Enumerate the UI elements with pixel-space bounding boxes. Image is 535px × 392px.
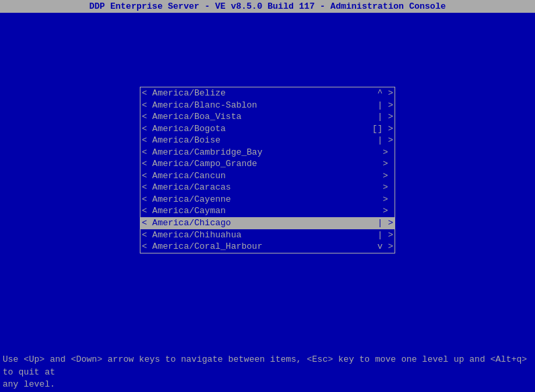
- item-suffix: | >: [378, 134, 393, 147]
- item-prefix: <: [142, 100, 153, 112]
- item-suffix: | >: [378, 229, 393, 241]
- item-name: America/Belize: [153, 87, 378, 100]
- item-name: America/Boise: [153, 134, 378, 147]
- item-name: America/Caracas: [153, 182, 383, 194]
- list-item[interactable]: < America/Chihuahua| >: [140, 229, 395, 241]
- list-item[interactable]: < America/Belize^ >: [140, 87, 395, 100]
- list-item[interactable]: < America/Blanc-Sablon| >: [140, 100, 395, 112]
- item-suffix: | >: [378, 100, 393, 112]
- item-name: America/Cancun: [153, 170, 383, 182]
- item-suffix: ^ >: [378, 87, 393, 100]
- list-item[interactable]: < America/Cancun>: [140, 170, 395, 182]
- item-name: America/Bogota: [153, 123, 372, 135]
- item-suffix: >: [382, 158, 393, 170]
- item-suffix: >: [382, 205, 393, 217]
- item-prefix: <: [142, 205, 153, 217]
- item-suffix: [] >: [372, 123, 393, 135]
- item-suffix: | >: [378, 111, 393, 123]
- item-prefix: <: [142, 134, 153, 147]
- item-prefix: <: [142, 123, 153, 135]
- title-text: DDP Enterprise Server - VE v8.5.0 Build …: [89, 1, 446, 11]
- item-suffix: >: [382, 194, 393, 206]
- item-prefix: <: [142, 147, 153, 159]
- list-item[interactable]: < America/Boise| >: [140, 134, 395, 147]
- list-box[interactable]: < America/Belize^ >< America/Blanc-Sablo…: [140, 87, 395, 253]
- list-item[interactable]: < America/Bogota[] >: [140, 123, 395, 135]
- item-suffix: >: [382, 147, 393, 159]
- item-name: America/Chicago: [153, 217, 378, 229]
- status-line-2: any level.: [3, 379, 532, 391]
- item-name: America/Coral_Harbour: [153, 241, 378, 253]
- item-name: America/Boa_Vista: [153, 111, 378, 123]
- list-item[interactable]: < America/Cambridge_Bay>: [140, 147, 395, 159]
- item-suffix: >: [382, 182, 393, 194]
- item-prefix: <: [142, 170, 153, 182]
- item-name: America/Campo_Grande: [153, 158, 383, 170]
- item-prefix: <: [142, 111, 153, 123]
- item-prefix: <: [142, 194, 153, 206]
- main-content: < America/Belize^ >< America/Blanc-Sablo…: [0, 13, 535, 253]
- status-line-1: Use <Up> and <Down> arrow keys to naviga…: [3, 354, 532, 378]
- list-item[interactable]: < America/Cayman>: [140, 205, 395, 217]
- list-item[interactable]: < America/Caracas>: [140, 182, 395, 194]
- item-name: America/Blanc-Sablon: [153, 100, 378, 112]
- item-prefix: <: [142, 158, 153, 170]
- item-prefix: <: [142, 229, 153, 241]
- item-suffix: | >: [378, 217, 393, 229]
- list-item[interactable]: < America/Chicago| >: [140, 217, 395, 229]
- item-name: America/Cayenne: [153, 194, 383, 206]
- status-bar: Use <Up> and <Down> arrow keys to naviga…: [0, 351, 535, 392]
- item-name: America/Chihuahua: [153, 229, 378, 241]
- item-prefix: <: [142, 241, 153, 253]
- item-prefix: <: [142, 217, 153, 229]
- item-name: America/Cambridge_Bay: [153, 147, 383, 159]
- item-suffix: >: [382, 170, 393, 182]
- list-item[interactable]: < America/Boa_Vista| >: [140, 111, 395, 123]
- item-prefix: <: [142, 87, 153, 100]
- list-item[interactable]: < America/Campo_Grande>: [140, 158, 395, 170]
- title-bar: DDP Enterprise Server - VE v8.5.0 Build …: [0, 0, 535, 13]
- list-item[interactable]: < America/Cayenne>: [140, 194, 395, 206]
- list-item[interactable]: < America/Coral_Harbourv >: [140, 241, 395, 253]
- item-prefix: <: [142, 182, 153, 194]
- item-name: America/Cayman: [153, 205, 383, 217]
- item-suffix: v >: [378, 241, 393, 253]
